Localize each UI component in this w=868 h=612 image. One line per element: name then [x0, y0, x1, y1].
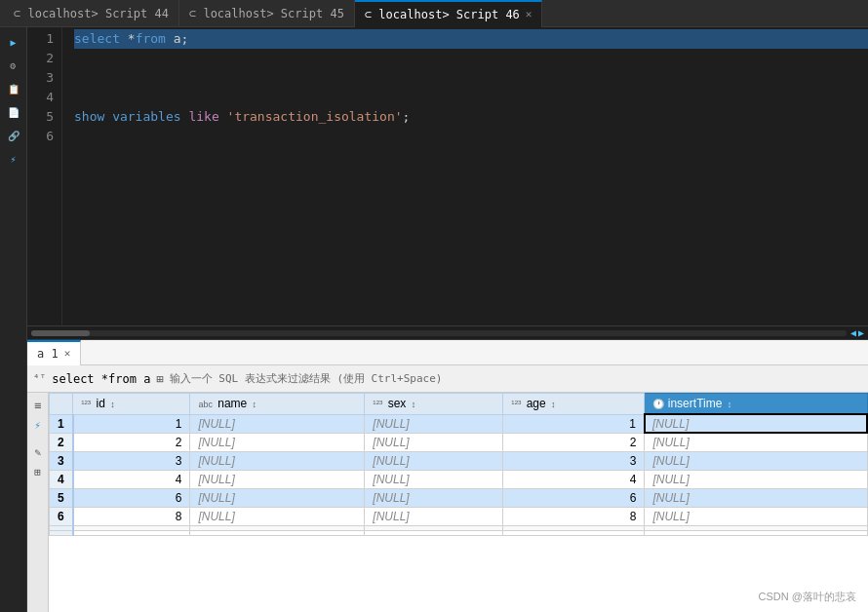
data-table: ¹²³ id ↕ abc name ↕ ¹²³: [49, 393, 868, 536]
cell-age[interactable]: 8: [503, 508, 645, 526]
cell-id[interactable]: 8: [73, 508, 190, 526]
cell-inserttime[interactable]: [NULL]: [645, 414, 867, 433]
cell-id[interactable]: 1: [73, 414, 190, 433]
tab-script46[interactable]: ⊂ localhost> Script 46 ✕: [355, 0, 543, 27]
col-header-sex[interactable]: ¹²³ sex ↕: [365, 394, 503, 415]
sidebar-settings-icon[interactable]: ⚙: [3, 55, 24, 76]
cell-name[interactable]: [NULL]: [190, 414, 365, 433]
col-inserttime-sort-icon[interactable]: ↕: [728, 400, 732, 409]
cell-sex[interactable]: [NULL]: [365, 508, 503, 526]
cell-sex[interactable]: [NULL]: [365, 414, 503, 433]
sidebar-run-icon[interactable]: ▶: [3, 31, 24, 53]
scroll-arrows: ◀ ▶: [850, 327, 864, 338]
watermark: CSDN @落叶的悲哀: [759, 590, 856, 604]
sidebar-bolt-icon[interactable]: ⚡: [3, 148, 24, 170]
col-header-name[interactable]: abc name ↕: [190, 394, 365, 415]
result-sidebar-edit-icon[interactable]: ✎: [29, 443, 47, 461]
col-age-label: age: [527, 397, 546, 410]
sidebar: ▶ ⚙ 📋 📄 🔗 ⚡: [0, 27, 27, 612]
col-header-rownum: [50, 394, 73, 415]
col-name-label: name: [217, 397, 247, 410]
cell-age[interactable]: 4: [503, 471, 645, 489]
col-age-sort-icon[interactable]: ↕: [551, 400, 556, 409]
cell-sex[interactable]: [NULL]: [365, 471, 503, 489]
main-container: ▶ ⚙ 📋 📄 🔗 ⚡ 1 2 3 4 5 6 select *from a; …: [0, 27, 868, 612]
tab-close-icon[interactable]: ✕: [526, 8, 533, 20]
col-header-id[interactable]: ¹²³ id ↕: [73, 394, 190, 415]
tab-script45[interactable]: ⊂ localhost> Script 45: [179, 0, 355, 27]
cell-name[interactable]: [NULL]: [190, 433, 365, 452]
col-sex-sort-icon[interactable]: ↕: [412, 400, 416, 409]
cell-age[interactable]: 3: [503, 452, 645, 471]
cell-id[interactable]: 3: [73, 452, 190, 471]
cell-rownum: 4: [50, 471, 73, 489]
cell-name[interactable]: [NULL]: [190, 489, 365, 508]
scrollbar-track[interactable]: [31, 330, 847, 336]
cell-age[interactable]: 1: [503, 414, 645, 433]
result-sidebar: ≡ ⚡ ✎ ⊞: [27, 393, 49, 612]
query-filter-placeholder[interactable]: 输入一个 SQL 表达式来过滤结果 (使用 Ctrl+Space): [170, 371, 862, 386]
cell-inserttime[interactable]: [NULL]: [645, 433, 867, 452]
cell-sex[interactable]: [NULL]: [365, 489, 503, 508]
scroll-left-icon[interactable]: ◀: [850, 327, 856, 338]
col-header-inserttime[interactable]: 🕐 insertTime ↕: [645, 394, 867, 415]
col-id-sort-icon[interactable]: ↕: [110, 400, 115, 409]
table-row: 5 6 [NULL] [NULL] 6 [NULL]: [50, 489, 868, 508]
query-type-icon: ⁴ᵀ: [33, 372, 46, 385]
result-tab-a1[interactable]: a 1 ✕: [27, 340, 81, 365]
code-body[interactable]: select *from a; show variables like 'tra…: [62, 27, 868, 325]
editor-scrollbar[interactable]: ◀ ▶: [27, 325, 868, 339]
code-line-4: [74, 88, 868, 107]
tab-label: ⊂ localhost> Script 46: [365, 8, 520, 21]
col-sex-label: sex: [388, 397, 407, 410]
editor-content[interactable]: 1 2 3 4 5 6 select *from a; show variabl…: [27, 27, 868, 325]
table-row: 4 4 [NULL] [NULL] 4 [NULL]: [50, 471, 868, 489]
result-sidebar-menu-icon[interactable]: ≡: [29, 397, 47, 414]
cell-inserttime[interactable]: [NULL]: [645, 471, 867, 489]
cell-rownum: 2: [50, 433, 73, 452]
cell-name[interactable]: [NULL]: [190, 452, 365, 471]
code-line-3: [74, 68, 868, 88]
code-line-2: [74, 49, 868, 68]
cell-age[interactable]: 2: [503, 433, 645, 452]
sidebar-link-icon[interactable]: 🔗: [3, 125, 24, 146]
cell-age[interactable]: 6: [503, 489, 645, 508]
table-row: 2 2 [NULL] [NULL] 2 [NULL]: [50, 433, 868, 452]
result-sidebar-grid-icon[interactable]: ⊞: [29, 463, 47, 480]
col-inserttime-icon: 🕐: [652, 399, 664, 409]
sidebar-table-icon[interactable]: 📋: [3, 78, 24, 99]
cell-sex[interactable]: [NULL]: [365, 433, 503, 452]
cell-rownum: 5: [50, 489, 73, 508]
cell-rownum: 3: [50, 452, 73, 471]
tab-bar: ⊂ localhost> Script 44 ⊂ localhost> Scri…: [0, 0, 868, 27]
scroll-right-icon[interactable]: ▶: [858, 327, 864, 338]
query-filter-icon: ⊞: [156, 372, 163, 386]
code-line-6: [74, 127, 868, 146]
cell-inserttime[interactable]: [NULL]: [645, 489, 867, 508]
col-header-age[interactable]: ¹²³ age ↕: [503, 394, 645, 415]
cell-id[interactable]: 6: [73, 489, 190, 508]
cell-inserttime[interactable]: [NULL]: [645, 508, 867, 526]
query-bar: ⁴ᵀ select *from a ⊞ 输入一个 SQL 表达式来过滤结果 (使…: [27, 365, 868, 393]
cell-rownum: 1: [50, 414, 73, 433]
cell-id[interactable]: 2: [73, 433, 190, 452]
col-id-label: id: [97, 397, 105, 410]
cell-name[interactable]: [NULL]: [190, 471, 365, 489]
cell-sex[interactable]: [NULL]: [365, 452, 503, 471]
cell-name[interactable]: [NULL]: [190, 508, 365, 526]
data-table-wrapper[interactable]: ¹²³ id ↕ abc name ↕ ¹²³: [49, 393, 868, 612]
result-body: ≡ ⚡ ✎ ⊞ ¹²³ id: [27, 393, 868, 612]
cell-id[interactable]: 4: [73, 471, 190, 489]
table-row: 3 3 [NULL] [NULL] 3 [NULL]: [50, 452, 868, 471]
col-name-sort-icon[interactable]: ↕: [253, 400, 257, 409]
result-sidebar-run-icon[interactable]: ⚡: [29, 416, 47, 434]
result-tab-bar: a 1 ✕: [27, 340, 868, 365]
tab-label: ⊂ localhost> Script 44: [14, 7, 169, 20]
scrollbar-thumb[interactable]: [31, 330, 90, 336]
sidebar-doc-icon[interactable]: 📄: [3, 101, 24, 123]
tab-script44[interactable]: ⊂ localhost> Script 44: [4, 0, 179, 27]
cell-inserttime[interactable]: [NULL]: [645, 452, 867, 471]
table-header-row: ¹²³ id ↕ abc name ↕ ¹²³: [50, 394, 868, 415]
col-inserttime-label: insertTime: [668, 397, 723, 410]
result-tab-close-icon[interactable]: ✕: [64, 347, 71, 360]
